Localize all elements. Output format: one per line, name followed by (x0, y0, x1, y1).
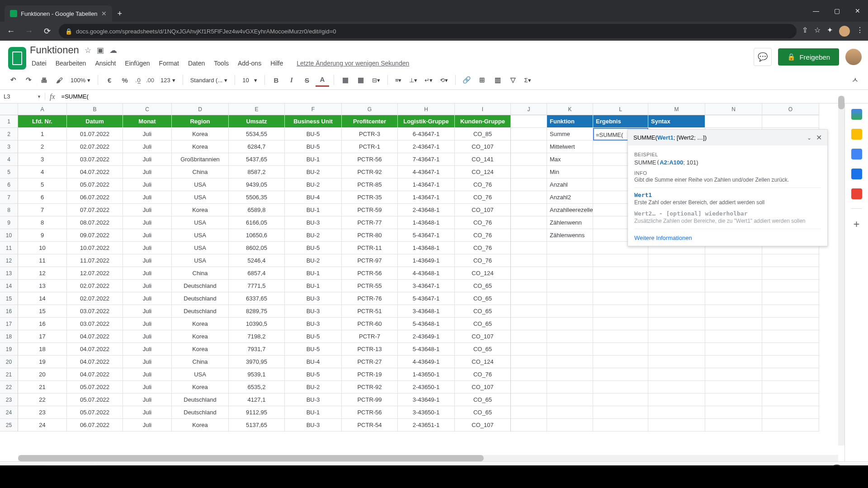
data-cell[interactable]: 2-43650-1 (398, 381, 455, 394)
data-cell[interactable]: BU-3 (285, 216, 342, 229)
data-cell[interactable]: Deutschland (172, 292, 229, 305)
func-name-cell[interactable] (547, 381, 593, 394)
data-cell[interactable]: 3970,95 (229, 356, 285, 368)
cell[interactable] (705, 356, 762, 368)
cell[interactable] (511, 115, 547, 128)
data-cell[interactable]: 16 (18, 318, 67, 330)
number-format-dropdown[interactable]: 123▾ (158, 77, 178, 84)
data-cell[interactable]: 6284,7 (229, 141, 285, 153)
data-cell[interactable]: 21 (18, 381, 67, 394)
cell[interactable] (511, 368, 547, 381)
row-header[interactable]: 25 (0, 419, 18, 432)
func-name-cell[interactable]: Zählenwenns (547, 229, 593, 242)
func-name-cell[interactable] (547, 356, 593, 368)
row-header[interactable]: 3 (0, 141, 18, 153)
cell[interactable] (648, 330, 705, 343)
data-cell[interactable]: 02.07.2022 (67, 280, 123, 292)
star-doc-icon[interactable]: ☆ (85, 46, 91, 55)
wrap-dropdown[interactable]: ↵▾ (422, 77, 435, 84)
table-header-cell[interactable]: Monat (123, 115, 172, 128)
namebox-arrow-icon[interactable]: ▼ (37, 94, 41, 99)
cell[interactable] (705, 381, 762, 394)
data-cell[interactable]: CO_65 (455, 318, 511, 330)
minimize-icon[interactable]: — (806, 0, 826, 22)
row-header[interactable]: 23 (0, 394, 18, 406)
name-box[interactable]: L3 ▼ (0, 93, 45, 100)
table-header-cell[interactable]: Datum (67, 115, 123, 128)
data-cell[interactable]: 2-43649-1 (398, 330, 455, 343)
data-cell[interactable]: 19 (18, 356, 67, 368)
data-cell[interactable]: BU-1 (285, 204, 342, 216)
data-cell[interactable]: 5534,55 (229, 128, 285, 141)
data-cell[interactable]: Juli (123, 419, 172, 432)
func-name-cell[interactable] (547, 330, 593, 343)
data-cell[interactable]: CO_65 (455, 343, 511, 356)
data-cell[interactable]: 09.07.2022 (67, 229, 123, 242)
data-cell[interactable]: 14 (18, 292, 67, 305)
data-cell[interactable]: PCTR-60 (342, 318, 398, 330)
cell[interactable] (511, 280, 547, 292)
cell[interactable] (648, 318, 705, 330)
data-cell[interactable]: 02.07.2022 (67, 292, 123, 305)
data-cell[interactable]: 5246,4 (229, 254, 285, 267)
row-header[interactable]: 9 (0, 216, 18, 229)
col-header[interactable]: H (398, 103, 455, 115)
data-cell[interactable]: CO_124 (455, 356, 511, 368)
close-tab-icon[interactable]: ✕ (101, 10, 107, 17)
data-cell[interactable]: Korea (172, 141, 229, 153)
data-cell[interactable]: 04.07.2022 (67, 343, 123, 356)
data-cell[interactable]: Juli (123, 343, 172, 356)
menu-bearbeiten[interactable]: Bearbeiten (54, 59, 88, 68)
cell[interactable] (705, 305, 762, 318)
col-header[interactable]: O (762, 103, 819, 115)
data-cell[interactable]: 04.07.2022 (67, 330, 123, 343)
cell[interactable] (511, 318, 547, 330)
cell[interactable] (511, 141, 547, 153)
func-name-cell[interactable]: Anzahlleerezellen (547, 204, 593, 216)
func-name-cell[interactable] (547, 318, 593, 330)
data-cell[interactable]: 8602,05 (229, 242, 285, 254)
cell[interactable] (511, 267, 547, 280)
data-cell[interactable]: 5437,65 (229, 153, 285, 166)
data-cell[interactable]: China (172, 356, 229, 368)
data-cell[interactable]: BU-5 (285, 242, 342, 254)
data-cell[interactable]: CO_65 (455, 406, 511, 419)
data-cell[interactable]: 3-43648-1 (398, 305, 455, 318)
data-cell[interactable]: Deutschland (172, 406, 229, 419)
data-cell[interactable]: BU-4 (285, 191, 342, 204)
row-header[interactable]: 14 (0, 280, 18, 292)
col-header[interactable]: E (229, 103, 285, 115)
data-cell[interactable]: 4 (18, 166, 67, 178)
menu-hilfe[interactable]: Hilfe (269, 59, 285, 68)
row-header[interactable]: 18 (0, 330, 18, 343)
func-name-cell[interactable]: Anzahl (547, 178, 593, 191)
font-dropdown[interactable]: Standard (... ▾ (188, 77, 231, 84)
data-cell[interactable]: CO_76 (455, 229, 511, 242)
func-name-cell[interactable]: Mittelwert (547, 141, 593, 153)
cell[interactable] (593, 343, 648, 356)
row-header[interactable]: 1 (0, 115, 18, 128)
data-cell[interactable]: BU-3 (285, 394, 342, 406)
cell[interactable] (762, 394, 819, 406)
paint-format-icon[interactable]: 🖌 (52, 73, 66, 87)
data-cell[interactable]: China (172, 267, 229, 280)
row-header[interactable]: 15 (0, 292, 18, 305)
data-cell[interactable]: CO_141 (455, 153, 511, 166)
data-cell[interactable]: Korea (172, 330, 229, 343)
redo-icon[interactable]: ↷ (22, 73, 35, 87)
cell[interactable] (705, 280, 762, 292)
cell[interactable] (762, 267, 819, 280)
cell[interactable] (593, 267, 648, 280)
cell[interactable] (593, 356, 648, 368)
data-cell[interactable]: PCTR-76 (342, 292, 398, 305)
row-header[interactable]: 4 (0, 153, 18, 166)
cell[interactable] (511, 229, 547, 242)
data-cell[interactable]: 2-43651-1 (398, 419, 455, 432)
func-name-cell[interactable]: Max (547, 153, 593, 166)
cell[interactable] (705, 406, 762, 419)
new-tab-button[interactable]: + (112, 9, 128, 19)
data-cell[interactable]: USA (172, 178, 229, 191)
data-cell[interactable]: 05.07.2022 (67, 381, 123, 394)
cell[interactable] (648, 254, 705, 267)
calendar-icon[interactable] (851, 109, 862, 120)
